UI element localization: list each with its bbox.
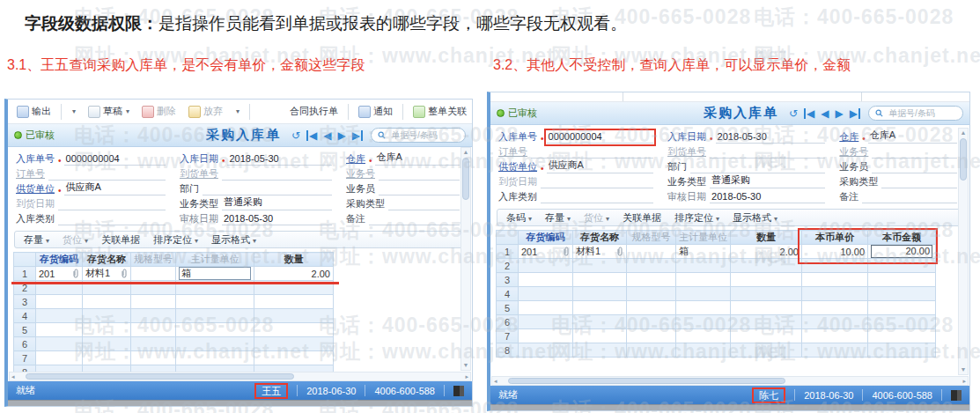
- doc-search-input[interactable]: [389, 129, 459, 141]
- next-record-button[interactable]: ▶: [836, 108, 844, 119]
- vertical-scrollbar[interactable]: ▲ ▼: [958, 128, 969, 375]
- first-record-button[interactable]: ◀: [306, 130, 317, 141]
- relate-whole-doc-button[interactable]: 整单关联: [408, 102, 472, 121]
- col-header-name[interactable]: 存货名称: [83, 253, 131, 267]
- stock-dropdown[interactable]: 存量▾: [545, 211, 571, 225]
- last-record-button[interactable]: ▶: [850, 108, 860, 119]
- cell-name[interactable]: 材料1: [83, 267, 131, 281]
- related-doc-button[interactable]: 关联单据: [623, 211, 661, 225]
- biz-no-value[interactable]: [872, 146, 957, 159]
- col-header-spec[interactable]: 规格型号: [627, 231, 676, 245]
- more-dropdown-button[interactable]: ▾: [66, 105, 81, 118]
- display-format-dropdown[interactable]: 显示格式▾: [211, 233, 256, 247]
- scroll-right-icon[interactable]: ▸: [962, 377, 966, 385]
- related-doc-button[interactable]: 关联单据: [101, 233, 140, 247]
- first-record-button[interactable]: ◀: [804, 108, 814, 119]
- export-button[interactable]: 输出: [11, 102, 56, 121]
- stock-dropdown[interactable]: 存量▾: [24, 233, 49, 247]
- prev-record-button[interactable]: ◀: [323, 130, 331, 141]
- next-record-button[interactable]: ▶: [338, 130, 346, 141]
- paperclip-icon[interactable]: [563, 247, 570, 257]
- scroll-right-icon[interactable]: ▸: [465, 372, 468, 380]
- qr-code-icon[interactable]: [453, 386, 464, 396]
- scroll-left-icon[interactable]: ◂: [494, 377, 497, 385]
- in-category-value[interactable]: [58, 213, 166, 225]
- cell-code[interactable]: 201: [519, 245, 573, 259]
- more-dropdown-button[interactable]: ▾: [230, 105, 245, 118]
- grid-row-5[interactable]: 5: [497, 301, 936, 315]
- salesman-value[interactable]: [872, 161, 957, 173]
- doc-no-value[interactable]: 0000000004: [64, 153, 166, 166]
- barcode-dropdown[interactable]: 条码▾: [506, 211, 532, 225]
- grid-row-8[interactable]: 8: [497, 343, 936, 358]
- doc-search-box[interactable]: [371, 128, 466, 143]
- scrollbar-thumb[interactable]: [26, 373, 294, 380]
- refresh-icon[interactable]: ↺: [291, 130, 300, 141]
- in-date-value[interactable]: 2018-05-30: [227, 153, 332, 166]
- abandon-button[interactable]: 放弃: [183, 102, 228, 121]
- qr-code-icon[interactable]: [951, 390, 962, 401]
- supplier-value[interactable]: 供应商A: [547, 159, 654, 173]
- order-no-value[interactable]: [48, 168, 166, 181]
- supplier-value[interactable]: 供应商A: [64, 181, 166, 195]
- col-header-unit[interactable]: 主计量单位: [676, 231, 731, 245]
- cell-name[interactable]: 材料1: [573, 245, 627, 259]
- slot-dropdown[interactable]: 货位▾: [63, 233, 88, 247]
- last-record-button[interactable]: ▶: [352, 130, 363, 141]
- grid-row-1[interactable]: 1 201 材料1 箱 2.00: [14, 267, 334, 281]
- purchase-type-value[interactable]: [881, 176, 957, 188]
- grid-row-4[interactable]: 4: [497, 287, 936, 301]
- col-header-qty[interactable]: 数量: [254, 253, 334, 267]
- paperclip-icon[interactable]: [121, 269, 128, 279]
- grid-row-6[interactable]: 6: [14, 337, 334, 351]
- dept-value[interactable]: [203, 183, 332, 195]
- remark-value[interactable]: [369, 213, 460, 225]
- biz-type-value[interactable]: 普通采购: [222, 195, 332, 210]
- cell-unit[interactable]: 箱: [176, 267, 254, 281]
- cell-qty[interactable]: 2.00: [254, 267, 334, 281]
- paperclip-icon[interactable]: [72, 269, 79, 279]
- grid-row-6[interactable]: 6: [497, 315, 936, 329]
- scrollbar-thumb[interactable]: [960, 138, 967, 181]
- salesman-value[interactable]: [379, 183, 460, 195]
- doc-search-input[interactable]: [887, 107, 956, 119]
- dept-value[interactable]: [690, 161, 825, 173]
- arrive-no-value[interactable]: [710, 146, 825, 159]
- grid-row-7[interactable]: 7: [14, 351, 334, 365]
- grid-row-5[interactable]: 5: [14, 323, 334, 337]
- grid-row-7[interactable]: 7: [497, 329, 936, 343]
- cell-spec[interactable]: [627, 245, 676, 259]
- arrive-date-value[interactable]: [541, 176, 653, 188]
- sort-locate-dropdown[interactable]: 排序定位▾: [153, 233, 198, 247]
- horizontal-scrollbar[interactable]: ◂▸: [491, 376, 969, 386]
- scroll-left-icon[interactable]: ◂: [11, 372, 15, 380]
- in-category-value[interactable]: [541, 191, 653, 203]
- arrive-date-value[interactable]: [58, 198, 166, 210]
- warehouse-value[interactable]: 仓库A: [375, 151, 460, 166]
- warehouse-value[interactable]: 仓库A: [868, 129, 957, 144]
- slot-dropdown[interactable]: 货位▾: [584, 211, 609, 225]
- scroll-down-icon[interactable]: ▼: [461, 361, 470, 370]
- grid-row-3[interactable]: 3: [497, 273, 936, 287]
- doc-search-box[interactable]: [868, 106, 963, 121]
- doc-no-value-annotated[interactable]: 0000000004: [547, 131, 654, 144]
- cell-code[interactable]: 201: [36, 267, 83, 281]
- col-header-code[interactable]: 存货编码: [519, 231, 573, 245]
- contract-exec-button[interactable]: 合同执行单: [284, 102, 343, 121]
- horizontal-scrollbar[interactable]: ◂▸: [9, 372, 471, 381]
- cell-unit[interactable]: 箱: [676, 245, 731, 259]
- delete-button[interactable]: 删除: [136, 102, 181, 121]
- paperclip-icon[interactable]: [616, 247, 623, 257]
- arrive-no-value[interactable]: [222, 168, 332, 181]
- refresh-icon[interactable]: ↺: [789, 108, 798, 119]
- audit-date-value[interactable]: 2018-05-30: [222, 213, 332, 225]
- cell-spec[interactable]: [131, 267, 176, 281]
- in-date-value[interactable]: 2018-05-30: [716, 131, 826, 144]
- scroll-up-icon[interactable]: ▲: [959, 129, 968, 137]
- col-header-qty[interactable]: 数量: [731, 231, 802, 245]
- grid-row-8[interactable]: 8: [14, 365, 334, 372]
- prev-record-button[interactable]: ◀: [821, 108, 829, 119]
- scroll-up-icon[interactable]: ▲: [461, 148, 470, 157]
- scrollbar-thumb[interactable]: [462, 158, 469, 200]
- order-no-value[interactable]: [531, 146, 653, 159]
